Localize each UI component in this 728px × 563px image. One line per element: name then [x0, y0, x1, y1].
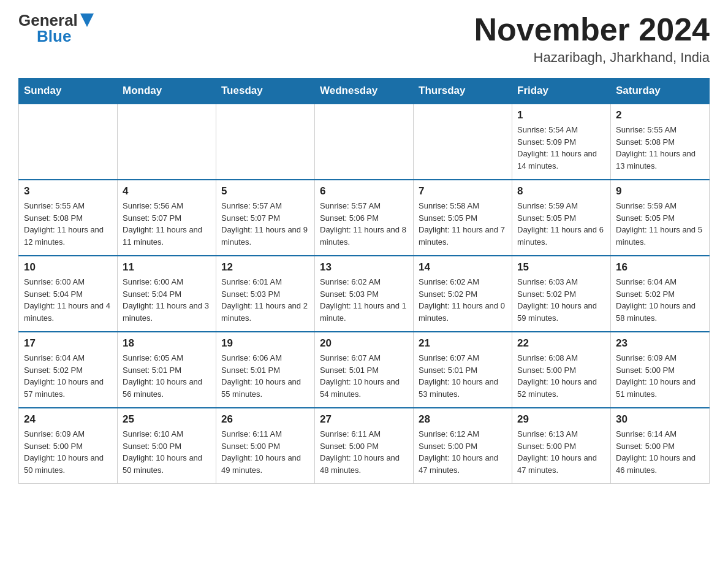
day-number: 27 [320, 413, 408, 426]
day-number: 24 [24, 413, 112, 426]
day-number: 7 [419, 185, 507, 197]
calendar-cell [414, 104, 512, 180]
day-number: 30 [616, 413, 704, 426]
calendar-cell: 17Sunrise: 6:04 AM Sunset: 5:02 PM Dayli… [19, 332, 118, 408]
week-row-2: 3Sunrise: 5:55 AM Sunset: 5:08 PM Daylig… [19, 180, 710, 256]
week-row-5: 24Sunrise: 6:09 AM Sunset: 5:00 PM Dayli… [19, 408, 710, 484]
calendar-cell [19, 104, 118, 180]
day-info: Sunrise: 6:13 AM Sunset: 5:00 PM Dayligh… [517, 428, 605, 476]
calendar-cell: 23Sunrise: 6:09 AM Sunset: 5:00 PM Dayli… [611, 332, 710, 408]
calendar-cell: 14Sunrise: 6:02 AM Sunset: 5:02 PM Dayli… [414, 256, 512, 332]
calendar-header: SundayMondayTuesdayWednesdayThursdayFrid… [19, 79, 710, 104]
calendar-cell [118, 104, 216, 180]
page-header: General Blue November 2024 Hazaribagh, J… [18, 12, 710, 66]
calendar-cell: 19Sunrise: 6:06 AM Sunset: 5:01 PM Dayli… [216, 332, 315, 408]
day-number: 3 [24, 185, 112, 197]
calendar-cell: 13Sunrise: 6:02 AM Sunset: 5:03 PM Dayli… [315, 256, 414, 332]
calendar-cell: 25Sunrise: 6:10 AM Sunset: 5:00 PM Dayli… [118, 408, 216, 484]
calendar-cell: 10Sunrise: 6:00 AM Sunset: 5:04 PM Dayli… [19, 256, 118, 332]
calendar-cell: 20Sunrise: 6:07 AM Sunset: 5:01 PM Dayli… [315, 332, 414, 408]
logo-general-text: General [18, 12, 78, 28]
day-info: Sunrise: 6:05 AM Sunset: 5:01 PM Dayligh… [123, 352, 211, 400]
month-title: November 2024 [474, 12, 710, 47]
week-row-3: 10Sunrise: 6:00 AM Sunset: 5:04 PM Dayli… [19, 256, 710, 332]
calendar-cell: 11Sunrise: 6:00 AM Sunset: 5:04 PM Dayli… [118, 256, 216, 332]
column-header-sunday: Sunday [19, 79, 118, 104]
day-info: Sunrise: 6:00 AM Sunset: 5:04 PM Dayligh… [123, 276, 211, 324]
calendar-cell: 16Sunrise: 6:04 AM Sunset: 5:02 PM Dayli… [611, 256, 710, 332]
calendar-body: 1Sunrise: 5:54 AM Sunset: 5:09 PM Daylig… [19, 104, 710, 484]
day-info: Sunrise: 6:06 AM Sunset: 5:01 PM Dayligh… [221, 352, 309, 400]
day-number: 22 [517, 337, 605, 350]
logo-blue-text: Blue [37, 27, 71, 45]
calendar-cell: 2Sunrise: 5:55 AM Sunset: 5:08 PM Daylig… [611, 104, 710, 180]
day-number: 21 [419, 337, 507, 350]
day-info: Sunrise: 6:14 AM Sunset: 5:00 PM Dayligh… [616, 428, 704, 476]
day-number: 11 [123, 261, 211, 274]
location-text: Hazaribagh, Jharkhand, India [474, 50, 710, 66]
calendar-cell: 28Sunrise: 6:12 AM Sunset: 5:00 PM Dayli… [414, 408, 512, 484]
day-number: 10 [24, 261, 112, 274]
calendar-cell: 30Sunrise: 6:14 AM Sunset: 5:00 PM Dayli… [611, 408, 710, 484]
day-info: Sunrise: 6:09 AM Sunset: 5:00 PM Dayligh… [616, 352, 704, 400]
day-info: Sunrise: 5:57 AM Sunset: 5:07 PM Dayligh… [221, 200, 309, 248]
calendar-cell: 21Sunrise: 6:07 AM Sunset: 5:01 PM Dayli… [414, 332, 512, 408]
day-info: Sunrise: 6:04 AM Sunset: 5:02 PM Dayligh… [24, 352, 112, 400]
day-info: Sunrise: 5:55 AM Sunset: 5:08 PM Dayligh… [616, 124, 704, 172]
calendar-cell: 18Sunrise: 6:05 AM Sunset: 5:01 PM Dayli… [118, 332, 216, 408]
svg-marker-0 [80, 13, 94, 27]
day-info: Sunrise: 6:10 AM Sunset: 5:00 PM Dayligh… [123, 428, 211, 476]
day-info: Sunrise: 6:03 AM Sunset: 5:02 PM Dayligh… [517, 276, 605, 324]
day-number: 8 [517, 185, 605, 197]
logo: General Blue [18, 12, 94, 44]
day-number: 12 [221, 261, 309, 274]
day-info: Sunrise: 6:11 AM Sunset: 5:00 PM Dayligh… [320, 428, 408, 476]
day-number: 23 [616, 337, 704, 350]
column-header-thursday: Thursday [414, 79, 512, 104]
day-info: Sunrise: 6:00 AM Sunset: 5:04 PM Dayligh… [24, 276, 112, 324]
title-block: November 2024 Hazaribagh, Jharkhand, Ind… [474, 12, 710, 66]
day-number: 26 [221, 413, 309, 426]
day-number: 14 [419, 261, 507, 274]
day-info: Sunrise: 6:12 AM Sunset: 5:00 PM Dayligh… [419, 428, 507, 476]
calendar-cell: 22Sunrise: 6:08 AM Sunset: 5:00 PM Dayli… [512, 332, 611, 408]
day-info: Sunrise: 5:59 AM Sunset: 5:05 PM Dayligh… [517, 200, 605, 248]
calendar-cell: 3Sunrise: 5:55 AM Sunset: 5:08 PM Daylig… [19, 180, 118, 256]
day-number: 6 [320, 185, 408, 197]
calendar-cell: 5Sunrise: 5:57 AM Sunset: 5:07 PM Daylig… [216, 180, 315, 256]
calendar-cell: 27Sunrise: 6:11 AM Sunset: 5:00 PM Dayli… [315, 408, 414, 484]
day-info: Sunrise: 6:08 AM Sunset: 5:00 PM Dayligh… [517, 352, 605, 400]
day-number: 18 [123, 337, 211, 350]
day-number: 2 [616, 109, 704, 121]
day-number: 15 [517, 261, 605, 274]
calendar-cell: 15Sunrise: 6:03 AM Sunset: 5:02 PM Dayli… [512, 256, 611, 332]
day-number: 29 [517, 413, 605, 426]
day-number: 13 [320, 261, 408, 274]
day-info: Sunrise: 5:55 AM Sunset: 5:08 PM Dayligh… [24, 200, 112, 248]
calendar-cell: 8Sunrise: 5:59 AM Sunset: 5:05 PM Daylig… [512, 180, 611, 256]
calendar-cell: 12Sunrise: 6:01 AM Sunset: 5:03 PM Dayli… [216, 256, 315, 332]
logo-arrow-icon [80, 13, 94, 27]
day-number: 17 [24, 337, 112, 350]
day-info: Sunrise: 6:01 AM Sunset: 5:03 PM Dayligh… [221, 276, 309, 324]
day-number: 4 [123, 185, 211, 197]
column-header-wednesday: Wednesday [315, 79, 414, 104]
calendar-cell: 7Sunrise: 5:58 AM Sunset: 5:05 PM Daylig… [414, 180, 512, 256]
calendar-cell: 9Sunrise: 5:59 AM Sunset: 5:05 PM Daylig… [611, 180, 710, 256]
calendar-cell: 24Sunrise: 6:09 AM Sunset: 5:00 PM Dayli… [19, 408, 118, 484]
day-number: 1 [517, 109, 605, 121]
day-info: Sunrise: 5:56 AM Sunset: 5:07 PM Dayligh… [123, 200, 211, 248]
day-number: 16 [616, 261, 704, 274]
day-number: 28 [419, 413, 507, 426]
column-header-saturday: Saturday [611, 79, 710, 104]
calendar-cell: 4Sunrise: 5:56 AM Sunset: 5:07 PM Daylig… [118, 180, 216, 256]
calendar-cell: 26Sunrise: 6:11 AM Sunset: 5:00 PM Dayli… [216, 408, 315, 484]
week-row-1: 1Sunrise: 5:54 AM Sunset: 5:09 PM Daylig… [19, 104, 710, 180]
day-number: 19 [221, 337, 309, 350]
day-number: 9 [616, 185, 704, 197]
day-info: Sunrise: 6:09 AM Sunset: 5:00 PM Dayligh… [24, 428, 112, 476]
day-number: 25 [123, 413, 211, 426]
day-info: Sunrise: 6:11 AM Sunset: 5:00 PM Dayligh… [221, 428, 309, 476]
calendar-cell [216, 104, 315, 180]
day-info: Sunrise: 6:04 AM Sunset: 5:02 PM Dayligh… [616, 276, 704, 324]
